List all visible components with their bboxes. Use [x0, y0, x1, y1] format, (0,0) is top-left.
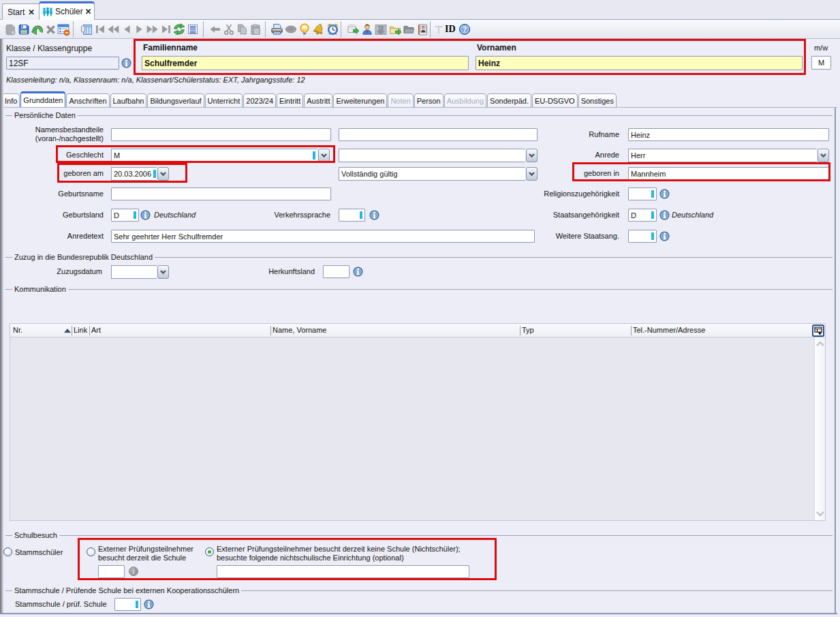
- tab-schueler-close-icon[interactable]: ✕: [85, 8, 92, 15]
- weitere-staatsang-field[interactable]: [628, 230, 657, 243]
- column-separator[interactable]: [520, 326, 520, 335]
- notification-icon[interactable]: [312, 22, 326, 36]
- delete-icon[interactable]: [44, 22, 57, 36]
- sort-ascending-icon: [64, 329, 71, 333]
- tab-erweiterungen[interactable]: Erweiterungen: [333, 93, 387, 108]
- paste-icon[interactable]: [249, 22, 262, 36]
- save-icon[interactable]: [17, 22, 31, 36]
- table-view-icon[interactable]: [80, 22, 93, 36]
- refresh-icon[interactable]: [172, 22, 186, 36]
- hint-icon[interactable]: [298, 22, 311, 36]
- weitere-staatsang-info-icon[interactable]: [659, 231, 670, 241]
- familienname-field[interactable]: Schulfremder: [142, 56, 469, 70]
- print-icon[interactable]: [270, 22, 283, 36]
- reminder-icon[interactable]: [326, 22, 339, 36]
- column-separator[interactable]: [631, 326, 632, 335]
- geburtsname-field[interactable]: [111, 187, 331, 200]
- tab-eu-dsgvo[interactable]: EU-DSGVO: [532, 93, 578, 108]
- disc-icon[interactable]: [284, 22, 298, 36]
- herkunftsland-info-icon[interactable]: [353, 267, 363, 277]
- tab-sonstiges[interactable]: Sonstiges: [578, 93, 617, 108]
- scroll-down-icon[interactable]: [815, 511, 825, 517]
- religion-field[interactable]: [628, 187, 657, 200]
- column-nr[interactable]: Nr.: [13, 326, 22, 334]
- last-record-icon[interactable]: [159, 22, 173, 36]
- tab-person[interactable]: Person: [414, 93, 444, 108]
- stammschule-field[interactable]: [114, 598, 141, 611]
- tab-sonderpaed[interactable]: Sonderpäd.: [487, 93, 531, 108]
- klasse-info-icon[interactable]: [121, 58, 131, 68]
- anredetext-field[interactable]: Sehr geehrter Herr Schulfremder: [111, 230, 535, 243]
- tab-anschriften[interactable]: Anschriften: [66, 93, 109, 108]
- tab-start[interactable]: Start ✕: [2, 3, 40, 20]
- verkehrssprache-info-icon[interactable]: [369, 210, 379, 220]
- column-art[interactable]: Art: [91, 326, 101, 334]
- anrede-combobox[interactable]: Herr: [628, 149, 829, 162]
- column-separator[interactable]: [89, 326, 90, 335]
- tab-grunddaten[interactable]: Grunddaten: [20, 91, 65, 108]
- verkehrssprache-field[interactable]: [339, 209, 365, 222]
- geburtsname-label: Geburtsname: [6, 190, 104, 198]
- address-book-icon[interactable]: [416, 22, 429, 36]
- id-button[interactable]: ID: [445, 24, 456, 35]
- staatsangehoerigkeit-info-icon[interactable]: [659, 210, 670, 220]
- column-separator[interactable]: [72, 326, 72, 335]
- column-tel-nummer-adresse[interactable]: Tel.-Nummer/Adresse: [633, 326, 705, 334]
- scroll-up-icon[interactable]: [815, 340, 825, 347]
- list-view-icon[interactable]: [186, 22, 200, 36]
- extern-keine-schule-radio[interactable]: [205, 547, 214, 556]
- stammschule-info-icon[interactable]: [144, 599, 154, 610]
- table-settings-button[interactable]: [812, 325, 824, 337]
- rufname-field[interactable]: Heinz: [628, 128, 829, 141]
- column-link[interactable]: Link: [74, 326, 87, 334]
- column-name-vorname[interactable]: Name, Vorname: [273, 326, 326, 334]
- extern-schule-radio[interactable]: [87, 547, 95, 556]
- vornamen-field[interactable]: Heinz: [476, 56, 803, 70]
- religion-info-icon[interactable]: [659, 189, 670, 199]
- tab-laufbahn[interactable]: Laufbahn: [110, 93, 147, 108]
- zuzugsdatum-field[interactable]: [111, 265, 169, 279]
- tab-schuljahr[interactable]: 2023/24: [243, 93, 276, 108]
- column-separator[interactable]: [270, 326, 271, 335]
- tb-transfer-icon[interactable]: TB: [374, 22, 388, 36]
- namensbestandteile-voran-field[interactable]: [111, 128, 331, 141]
- column-typ[interactable]: Typ: [522, 326, 534, 334]
- tab-info[interactable]: Info: [2, 93, 20, 108]
- remove-record-icon[interactable]: [57, 22, 70, 36]
- first-record-icon[interactable]: [93, 22, 107, 36]
- cut-icon[interactable]: [222, 22, 236, 36]
- tab-unterricht[interactable]: Unterricht: [205, 93, 243, 108]
- mw-field[interactable]: M: [811, 56, 831, 70]
- copy-icon[interactable]: [235, 22, 249, 36]
- fast-backward-icon[interactable]: [106, 22, 120, 36]
- table-vertical-scrollbar[interactable]: [814, 337, 825, 520]
- einrichtung-field[interactable]: [217, 565, 469, 578]
- anrede-dropdown-icon[interactable]: [818, 149, 829, 162]
- tab-schueler[interactable]: Schüler ✕: [39, 1, 95, 20]
- export-box-icon[interactable]: [346, 22, 360, 36]
- left-splitter[interactable]: [0, 39, 3, 614]
- person-icon[interactable]: [360, 22, 374, 36]
- tab-eintritt[interactable]: Eintritt: [277, 93, 303, 108]
- help-icon[interactable]: ?: [458, 22, 471, 36]
- next-record-icon[interactable]: [133, 22, 146, 36]
- navigate-back-icon[interactable]: [208, 22, 222, 36]
- tab-bildungsverlauf[interactable]: Bildungsverlauf: [147, 93, 204, 108]
- new-record-icon[interactable]: [3, 22, 17, 36]
- folder-icon[interactable]: [402, 22, 416, 36]
- folder-export-icon[interactable]: [388, 22, 402, 36]
- klasse-field[interactable]: 12SF: [6, 57, 119, 70]
- geburtsland-field[interactable]: D: [111, 209, 139, 222]
- staatsangehoerigkeit-field[interactable]: D: [628, 209, 657, 222]
- herkunftsland-field[interactable]: [323, 265, 349, 278]
- extern-schule-field[interactable]: [98, 565, 125, 578]
- zuzugsdatum-dropdown-icon[interactable]: [157, 265, 169, 279]
- tab-ausbildung: Ausbildung: [444, 93, 486, 108]
- undo-icon[interactable]: [30, 22, 44, 36]
- geburtsland-info-icon[interactable]: [140, 210, 151, 220]
- fast-forward-icon[interactable]: [146, 22, 159, 36]
- tab-austritt[interactable]: Austritt: [304, 93, 332, 108]
- previous-record-icon[interactable]: [120, 22, 134, 36]
- stammschueler-radio[interactable]: [3, 547, 12, 556]
- tab-start-close-icon[interactable]: ✕: [28, 9, 35, 16]
